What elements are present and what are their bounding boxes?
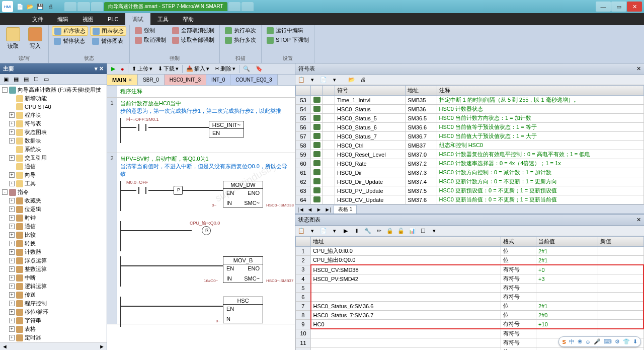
read-all-force-button[interactable]: 读取全部强制 [170, 36, 216, 44]
force-button[interactable]: 强制 [133, 26, 168, 35]
tb-icon[interactable]: ▤ [22, 75, 30, 83]
tb-icon[interactable]: ✏ [375, 227, 383, 235]
table-row[interactable]: 63HSC0_PV_UpdateSM37.5HSC0 更新预设值：0 = 不更新… [296, 186, 644, 195]
status-chart-grid[interactable]: 地址 格式 当前值 新值 1CPU_输入0:I0.0位2#12CPU_输出0:Q… [295, 236, 644, 350]
tb-icon[interactable]: ☐ [32, 75, 40, 83]
new-icon[interactable]: 📄 [16, 3, 24, 11]
tree-node[interactable]: CPU ST40 [1, 103, 106, 111]
table-row[interactable]: 59HSC0_Reset_LevelSM37.0HSC0 计数器复位的有效电平控… [296, 150, 644, 159]
function-block[interactable]: MOV_DW ENENO INSMC~ [223, 181, 263, 207]
symbol-table-grid[interactable]: 符号地址注释 53Time_1_IntrvlSMB35指定中断 1 的时间间隔（… [295, 85, 644, 204]
table-row[interactable]: 12M0.0位2#0 [296, 347, 644, 351]
bookmark-button[interactable]: 🔖 [254, 65, 265, 73]
run-edit-button[interactable]: 运行中编辑 [265, 26, 311, 35]
ime-skin-icon[interactable]: 👕 [623, 338, 630, 345]
tree-node[interactable]: +计数器 [1, 248, 106, 256]
execute-single-button[interactable]: 执行单次 [223, 26, 258, 35]
panel-close-icon[interactable]: ▾ ✕ [95, 65, 104, 72]
table-row[interactable]: 55HSC0_Status_5SM36.5HSC0 当前计数方向状态：1 = 加… [296, 114, 644, 123]
tb-icon[interactable]: 📋 [297, 76, 305, 84]
tb-icon[interactable]: 🔒 [386, 227, 394, 235]
tb-icon[interactable]: 🖨 [359, 76, 367, 84]
tab-close-icon[interactable]: ✕ [128, 78, 132, 83]
tab-int0[interactable]: INT_0 [206, 75, 230, 85]
table-row[interactable]: 58HSC0_CtrlSMB37组态和控制 HSC0 [296, 141, 644, 150]
download-button[interactable]: ⬇ 下载 ▾ [156, 64, 181, 73]
tree-node[interactable]: +中断 [1, 273, 106, 282]
tree-node[interactable]: +整数运算 [1, 265, 106, 273]
table-row[interactable]: 6有符号 [296, 293, 644, 302]
tree-instr-root[interactable]: -指令 [1, 188, 106, 196]
doc-tab[interactable] [77, 2, 90, 11]
program-status-button[interactable]: 程序状态 [52, 26, 88, 36]
tb-icon[interactable]: ☐ [419, 227, 427, 235]
tree-node[interactable]: +定时器 [1, 333, 106, 342]
tree-node[interactable]: +状态图表 [1, 128, 106, 136]
save-icon[interactable]: 💾 [36, 3, 44, 11]
table-row[interactable]: 54HSC0_StatusSMB36HSC0 计数器状态 [296, 105, 644, 114]
tree-node[interactable]: +程序控制 [1, 299, 106, 308]
reset-coil-icon[interactable]: R [202, 226, 211, 235]
ime-voice-icon[interactable]: 🎤 [594, 338, 601, 345]
contact-icon[interactable] [136, 187, 148, 194]
tab-nav-next-icon[interactable]: ► [315, 206, 323, 213]
ime-dropdown-icon[interactable]: ⬇ [633, 338, 637, 345]
unforce-button[interactable]: 取消强制 [133, 36, 168, 44]
tb-icon[interactable]: 🔧 [364, 227, 372, 235]
tree-node[interactable]: +向导 [1, 171, 106, 179]
close-button[interactable]: ✕ [627, 2, 642, 12]
tb-icon[interactable]: 🔓 [397, 227, 405, 235]
tree-node[interactable]: +浮点运算 [1, 256, 106, 265]
table-row[interactable]: 64HSC0_CV_UpdateSM37.6HSC0 更新当前值：0 = 不更新… [296, 195, 644, 204]
maximize-button[interactable]: ▭ [611, 2, 626, 12]
function-block[interactable]: HSC_INIT~ EN [209, 121, 244, 137]
tree-node[interactable]: +比较 [1, 231, 106, 239]
tree-node[interactable]: +交叉引用 [1, 154, 106, 162]
tb-icon[interactable]: 📊 [408, 227, 416, 235]
table-row[interactable]: 1CPU_输入0:I0.0位2#1 [296, 247, 644, 256]
tab-hsc0-init[interactable]: HSC0_INIT_3 [165, 75, 206, 85]
table-row[interactable]: 62HSC0_Dir_UpdateSM37.4HSC0 更新计数方向：0 = 不… [296, 177, 644, 186]
table-row[interactable]: 60HSC0_RateSM37.2HSC0 计数速率选择器：0 = 4x（4倍速… [296, 159, 644, 168]
write-button[interactable]: 写入 [25, 26, 45, 51]
tree-node[interactable]: +转换 [1, 239, 106, 248]
tb-icon[interactable]: ▭ [42, 75, 50, 83]
ime-logo-icon[interactable]: S [562, 339, 566, 345]
table-row[interactable]: 7HSC0_Status_6:SM36.6位2#1 [296, 302, 644, 311]
run-button[interactable]: ▶ [109, 65, 117, 73]
stop-button[interactable]: ● [119, 65, 126, 73]
chart-status-button[interactable]: 图表状态 [90, 26, 126, 36]
ime-emoji-icon[interactable]: ☺ [585, 339, 591, 345]
tab-nav-last-icon[interactable]: ►| [325, 206, 332, 213]
tb-icon[interactable]: ▦ [12, 75, 20, 83]
tree-node[interactable]: 新增功能 [1, 94, 106, 103]
tab-sbr0[interactable]: SBR_0 [138, 75, 165, 85]
tb-icon[interactable]: ▣ [2, 75, 10, 83]
doc-tab[interactable] [228, 2, 240, 11]
unforce-all-button[interactable]: 全部取消强制 [170, 26, 216, 35]
tree-node[interactable]: +时钟 [1, 214, 106, 222]
tree-node[interactable]: +通信 [1, 222, 106, 231]
minimize-button[interactable]: — [596, 2, 611, 12]
menu-edit[interactable]: 编辑 [50, 13, 75, 25]
ime-keyboard-icon[interactable]: ⌨ [604, 338, 612, 345]
table-row[interactable]: 2CPU_输出0:Q0.0位2#1 [296, 256, 644, 265]
menu-debug[interactable]: 调试 [125, 13, 150, 25]
read-button[interactable]: 读取 [3, 26, 23, 51]
function-block[interactable]: HSC EN N [223, 297, 263, 323]
execute-multi-button[interactable]: 执行多次 [223, 36, 258, 44]
menu-tools[interactable]: 工具 [150, 13, 176, 25]
print-icon[interactable]: 🖨 [46, 3, 54, 11]
search-button[interactable]: 🔍 [241, 65, 252, 73]
tree-node[interactable]: 系统块 [1, 145, 106, 154]
tab-nav-first-icon[interactable]: |◄ [297, 206, 304, 213]
menu-help[interactable]: 帮助 [176, 13, 201, 25]
ime-punct-icon[interactable]: ❀ [578, 338, 582, 345]
tb-icon[interactable]: ▶ [342, 227, 350, 235]
tree-node[interactable]: 通信 [1, 162, 106, 171]
upload-button[interactable]: ⬆ 上传 ▾ [130, 64, 154, 73]
tb-icon[interactable]: ⏸ [353, 227, 361, 235]
tree-node[interactable]: +移位/循环 [1, 308, 106, 316]
pulse-icon[interactable]: P [174, 186, 183, 195]
tree-node[interactable]: +收藏夹 [1, 196, 106, 205]
